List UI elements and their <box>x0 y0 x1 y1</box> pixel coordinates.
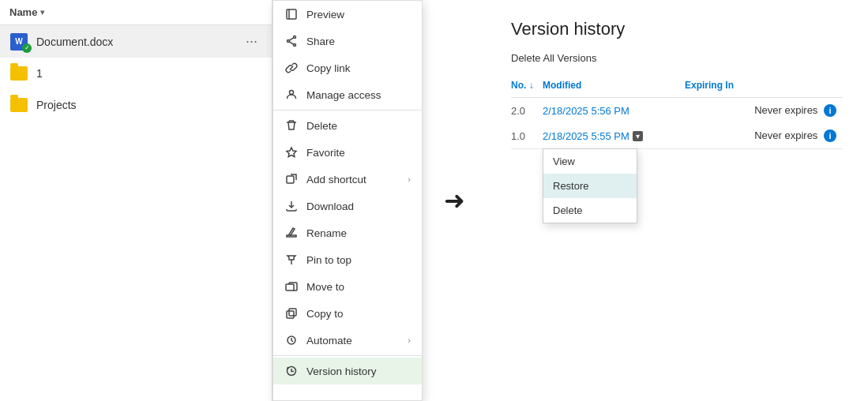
file-item-projects[interactable]: Projects <box>0 89 272 121</box>
trash-icon <box>284 118 299 133</box>
add-shortcut-label: Add shortcut <box>306 174 400 186</box>
copyto-icon <box>284 306 299 320</box>
menu-item-pin-to-top[interactable]: Pin to top <box>273 246 422 273</box>
shortcut-icon <box>284 172 299 186</box>
menu-item-copy-to[interactable]: Copy to <box>273 300 422 327</box>
pin-icon <box>284 253 299 267</box>
version-history-panel: Version history Delete All Versions No. … <box>486 0 868 401</box>
menu-divider-1 <box>273 110 422 111</box>
menu-item-automate[interactable]: Automate › <box>273 327 422 354</box>
file-name-docx: Document.docx <box>36 36 233 48</box>
download-icon <box>284 199 299 213</box>
menu-item-version-history[interactable]: Version history <box>273 358 422 384</box>
expiring-column-header: Expiring In <box>685 77 843 98</box>
history-icon <box>284 364 299 378</box>
menu-item-preview[interactable]: Preview <box>273 1 422 28</box>
automate-label: Automate <box>306 335 400 347</box>
version-no-2: 2.0 <box>511 98 543 124</box>
menu-item-manage-access[interactable]: Manage access <box>273 81 422 108</box>
download-label: Download <box>306 200 411 212</box>
name-column-label: Name <box>9 6 37 18</box>
add-shortcut-arrow: › <box>408 174 411 184</box>
rename-icon <box>284 226 299 240</box>
favorite-label: Favorite <box>306 147 411 159</box>
svg-rect-9 <box>287 235 296 237</box>
star-icon <box>284 145 299 159</box>
check-badge: ✓ <box>22 43 32 53</box>
word-file-icon: W ✓ <box>9 32 28 51</box>
share-label: Share <box>306 36 411 47</box>
arrow-area: ➜ <box>423 0 486 401</box>
person-icon <box>284 88 299 102</box>
svg-point-1 <box>294 36 296 39</box>
sort-chevron[interactable]: ▾ <box>40 8 44 17</box>
projects-icon <box>9 96 28 114</box>
menu-divider-2 <box>273 355 422 356</box>
copy-link-label: Copy link <box>306 62 411 74</box>
svg-line-5 <box>289 42 293 44</box>
dropdown-item-restore[interactable]: Restore <box>543 174 637 198</box>
no-column-header: No. ↓ <box>511 77 543 98</box>
file-item-docx[interactable]: W ✓ Document.docx ··· <box>0 25 272 58</box>
svg-point-2 <box>294 44 296 47</box>
svg-point-6 <box>290 91 294 95</box>
file-panel: Name ▾ W ✓ Document.docx ··· 1 Projects <box>0 0 272 401</box>
file-item-folder1[interactable]: 1 <box>0 58 272 89</box>
file-list-header: Name ▾ <box>0 0 272 25</box>
table-row: 1.0 2/18/2025 5:55 PM ▾ View Restore Del… <box>511 123 843 149</box>
svg-rect-10 <box>286 284 294 290</box>
menu-item-share[interactable]: Share <box>273 28 422 54</box>
modified-column-header: Modified <box>543 77 685 98</box>
dropdown-item-view[interactable]: View <box>543 149 637 174</box>
svg-point-3 <box>287 40 290 43</box>
pin-to-top-label: Pin to top <box>306 254 411 266</box>
moveto-icon <box>284 279 299 294</box>
file-name-projects: Projects <box>36 99 262 111</box>
svg-line-4 <box>289 38 293 40</box>
menu-item-copy-link[interactable]: Copy link <box>273 54 422 81</box>
menu-item-move-to[interactable]: Move to <box>273 273 422 300</box>
delete-all-link[interactable]: Delete All Versions <box>511 52 843 64</box>
manage-access-label: Manage access <box>306 89 411 101</box>
version-no-1: 1.0 <box>511 123 543 149</box>
menu-item-rename[interactable]: Rename <box>273 219 422 246</box>
share-icon <box>284 34 299 48</box>
svg-rect-0 <box>287 9 296 19</box>
version-history-title: Version history <box>511 19 843 39</box>
version-dropdown-trigger[interactable]: 2/18/2025 5:55 PM ▾ <box>543 130 678 142</box>
version-modified-1: 2/18/2025 5:55 PM ▾ View Restore Delete <box>543 123 685 149</box>
preview-icon <box>284 7 299 21</box>
dropdown-caret[interactable]: ▾ <box>633 131 643 141</box>
svg-marker-7 <box>287 148 296 157</box>
version-expiring-1: Never expires i <box>685 123 843 149</box>
arrow-icon: ➜ <box>444 186 465 215</box>
menu-item-delete[interactable]: Delete <box>273 112 422 139</box>
info-icon-v1[interactable]: i <box>824 129 836 142</box>
automate-arrow: › <box>408 335 411 345</box>
move-to-label: Move to <box>306 281 411 293</box>
context-menu: Preview Share Copy link Manage access De… <box>272 0 423 401</box>
link-icon <box>284 61 299 75</box>
version-history-label: Version history <box>306 365 411 377</box>
menu-item-favorite[interactable]: Favorite <box>273 139 422 166</box>
menu-item-download[interactable]: Download <box>273 193 422 219</box>
version-expiring-2: Never expires i <box>685 98 843 124</box>
svg-rect-11 <box>287 311 294 318</box>
ellipsis-button-docx[interactable]: ··· <box>241 32 262 51</box>
folder1-icon <box>9 64 28 83</box>
file-name-folder1: 1 <box>36 67 262 80</box>
info-icon-v2[interactable]: i <box>824 104 836 117</box>
version-dropdown: View Restore Delete <box>543 148 637 223</box>
rename-label: Rename <box>306 227 411 239</box>
dropdown-item-delete[interactable]: Delete <box>543 198 637 223</box>
version-modified-2: 2/18/2025 5:56 PM <box>543 98 685 124</box>
svg-rect-8 <box>287 176 294 183</box>
preview-label: Preview <box>306 9 411 21</box>
svg-rect-12 <box>289 309 296 316</box>
menu-item-add-shortcut[interactable]: Add shortcut › <box>273 166 422 193</box>
version-table: No. ↓ Modified Expiring In 2.0 2/18/2025… <box>511 77 843 149</box>
delete-label: Delete <box>306 120 411 132</box>
automate-icon <box>284 333 299 347</box>
copy-to-label: Copy to <box>306 308 411 320</box>
table-row: 2.0 2/18/2025 5:56 PM Never expires i <box>511 98 843 124</box>
